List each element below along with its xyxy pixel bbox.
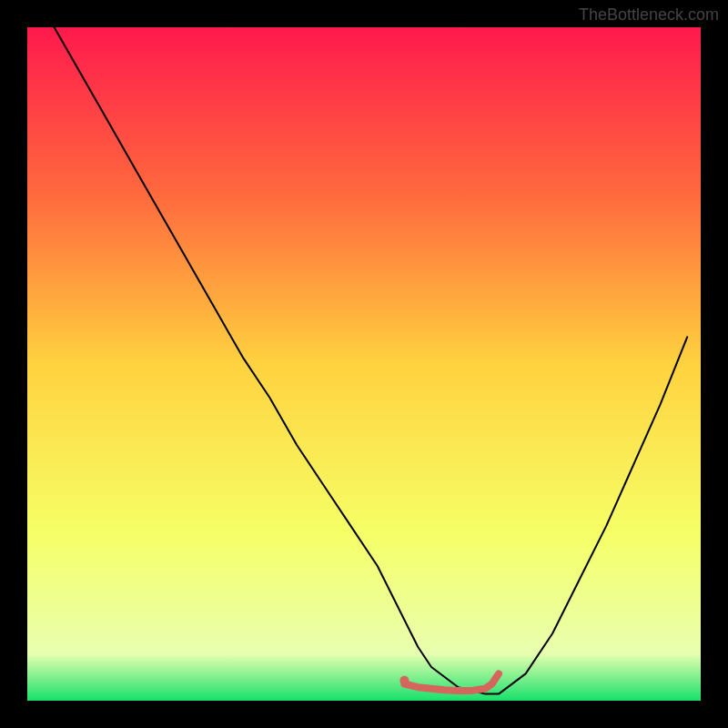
plot-area xyxy=(27,27,701,701)
highlight-point xyxy=(399,676,409,685)
attribution-label: TheBottleneck.com xyxy=(579,5,719,25)
plot-overlay xyxy=(27,27,701,701)
series-bottleneck-curve xyxy=(55,27,688,694)
chart-root: TheBottleneck.com xyxy=(0,0,728,728)
